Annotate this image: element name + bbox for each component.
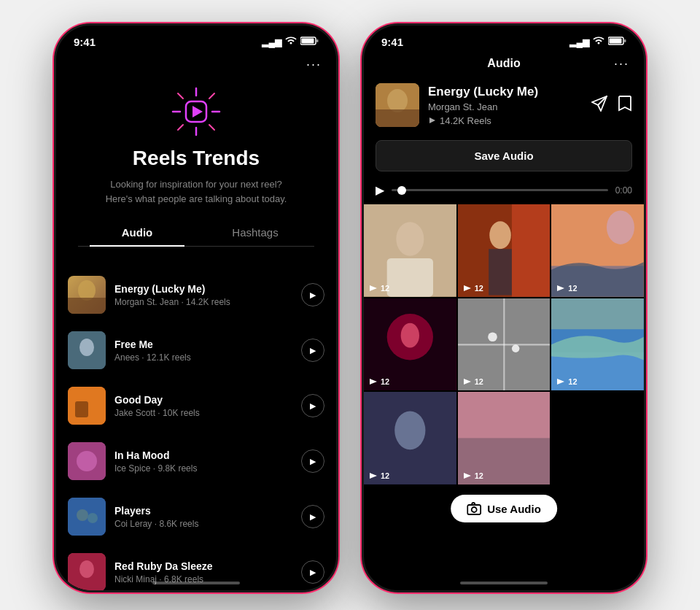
video-count-2: 12 xyxy=(462,284,483,293)
tab-hashtags[interactable]: Hashtags xyxy=(196,220,314,246)
list-item[interactable]: Energy (Lucky Me) Morgan St. Jean · 14.2… xyxy=(56,267,336,323)
play-button-1[interactable]: ▶ xyxy=(301,283,324,306)
list-item[interactable]: In Ha Mood Ice Spice · 9.8K reels ▶ xyxy=(56,433,336,489)
svg-marker-48 xyxy=(370,379,377,385)
video-cell-8[interactable]: 12 xyxy=(458,392,551,484)
svg-marker-64 xyxy=(464,473,471,479)
tab-audio[interactable]: Audio xyxy=(78,220,196,246)
svg-point-47 xyxy=(401,323,419,347)
audio-thumb-freeme xyxy=(68,331,106,369)
audio-thumb-ruby xyxy=(68,553,106,590)
phone-2: 9:41 ▂▄▆ xyxy=(362,23,646,592)
video-cell-7[interactable]: 12 xyxy=(364,392,456,484)
tabs-row: Audio Hashtags xyxy=(78,220,314,247)
svg-point-30 xyxy=(387,89,408,112)
home-indicator-2 xyxy=(460,582,548,584)
more-icon-1[interactable]: ··· xyxy=(306,57,322,72)
list-item[interactable]: Players Coi Leray · 8.6K reels ▶ xyxy=(56,489,336,544)
svg-point-38 xyxy=(489,221,511,249)
audio-detail-info: Energy (Lucky Me) Morgan St. Jean 14.2K … xyxy=(428,85,583,126)
svg-marker-54 xyxy=(464,379,471,385)
play-button-3[interactable]: ▶ xyxy=(301,394,324,417)
save-audio-button[interactable]: Save Audio xyxy=(376,140,632,171)
more-icon-2[interactable]: ··· xyxy=(614,56,629,72)
audio-page-title: Audio xyxy=(487,57,520,70)
svg-marker-61 xyxy=(370,473,377,479)
svg-point-33 xyxy=(396,222,424,255)
send-icon[interactable] xyxy=(591,96,607,115)
reels-title: Reels Trends xyxy=(133,147,260,170)
video-count-6: 12 xyxy=(556,377,577,386)
status-bar-1: 9:41 ▂▄▆ xyxy=(56,26,336,54)
battery-icon xyxy=(300,36,319,47)
phone-1: 9:41 ▂▄▆ xyxy=(54,23,338,592)
svg-point-43 xyxy=(607,210,634,244)
svg-marker-44 xyxy=(557,285,564,291)
home-indicator-1 xyxy=(152,582,240,584)
play-button-4[interactable]: ▶ xyxy=(301,449,324,473)
audio-detail-reels: 14.2K Reels xyxy=(428,115,583,126)
svg-rect-18 xyxy=(75,401,88,417)
svg-rect-57 xyxy=(551,298,644,329)
video-count-3: 12 xyxy=(556,284,577,293)
video-cell-3[interactable]: 12 xyxy=(551,204,644,297)
play-button-2[interactable]: ▶ xyxy=(301,339,324,362)
progress-dot xyxy=(397,186,406,195)
svg-rect-31 xyxy=(376,109,419,127)
svg-point-25 xyxy=(79,560,94,578)
svg-point-22 xyxy=(77,509,88,521)
audio-thumb-players xyxy=(68,498,106,536)
audio-info-2: Free Me Anees · 12.1K reels xyxy=(114,339,292,363)
audio-info-6: Red Ruby Da Sleeze Nicki Minaj · 6.8K re… xyxy=(114,560,292,584)
svg-rect-27 xyxy=(610,39,622,44)
audio-progress: ▶ 0:00 xyxy=(364,177,644,203)
reels-hero: Reels Trends Looking for inspiration for… xyxy=(56,78,336,267)
svg-marker-40 xyxy=(464,285,471,291)
play-button-6[interactable]: ▶ xyxy=(301,560,324,584)
video-cell-6[interactable]: 12 xyxy=(551,298,644,391)
svg-marker-35 xyxy=(370,285,377,291)
svg-point-23 xyxy=(88,513,98,523)
progress-bar[interactable] xyxy=(392,189,608,191)
svg-point-52 xyxy=(488,332,497,341)
reels-subtitle: Looking for inspiration for your next re… xyxy=(106,177,287,206)
svg-line-7 xyxy=(178,93,183,99)
video-count-8: 12 xyxy=(462,471,483,480)
svg-line-9 xyxy=(209,93,214,99)
video-cell-2[interactable]: 12 xyxy=(458,204,551,297)
svg-point-66 xyxy=(472,507,477,512)
bookmark-icon[interactable] xyxy=(618,96,632,115)
use-audio-button[interactable]: Use Audio xyxy=(451,495,557,522)
audio-info-4: In Ha Mood Ice Spice · 9.8K reels xyxy=(114,449,292,474)
video-cell-5[interactable]: 12 xyxy=(458,298,551,391)
svg-line-10 xyxy=(178,125,183,130)
phone2-nav-header: Audio ··· xyxy=(364,54,644,76)
video-cell-4[interactable]: 12 xyxy=(364,298,456,391)
svg-point-53 xyxy=(512,344,520,352)
reels-logo-icon xyxy=(170,85,222,138)
svg-point-16 xyxy=(79,339,94,356)
signal-icon-2: ▂▄▆ xyxy=(569,37,589,47)
audio-detail-thumb xyxy=(376,83,419,127)
list-item[interactable]: Free Me Anees · 12.1K reels ▶ xyxy=(56,323,336,378)
video-grid: 12 12 xyxy=(364,203,644,486)
app-container: 9:41 ▂▄▆ xyxy=(31,0,669,610)
audio-thumb-energy xyxy=(68,276,106,314)
svg-rect-1 xyxy=(302,39,314,44)
svg-line-8 xyxy=(209,125,214,130)
list-item[interactable]: Good Day Jake Scott · 10K reels ▶ xyxy=(56,378,336,433)
signal-icon: ▂▄▆ xyxy=(262,37,281,47)
svg-rect-39 xyxy=(489,249,512,295)
svg-marker-12 xyxy=(192,106,203,117)
wifi-icon-2 xyxy=(593,36,604,47)
wifi-icon xyxy=(285,36,297,47)
video-cell-1[interactable]: 12 xyxy=(364,204,456,297)
play-button-5[interactable]: ▶ xyxy=(301,505,324,528)
audio-info-5: Players Coi Leray · 8.6K reels xyxy=(114,505,292,529)
svg-point-20 xyxy=(77,451,97,471)
play-icon-sm[interactable]: ▶ xyxy=(376,183,384,197)
progress-time: 0:00 xyxy=(615,185,632,196)
svg-point-13 xyxy=(78,280,96,301)
audio-thumb-mood xyxy=(68,442,106,480)
video-count-4: 12 xyxy=(368,377,389,386)
